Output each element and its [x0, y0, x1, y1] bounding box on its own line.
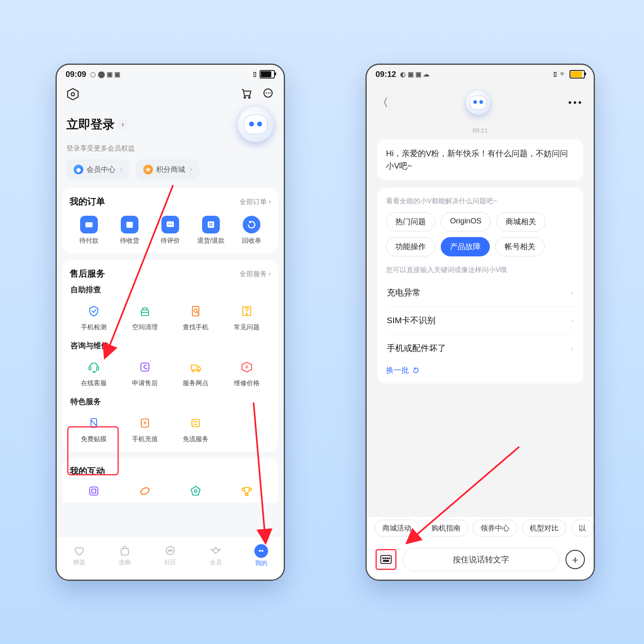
- card-note2: 您可以直接输入关键词或像这样问小V哦: [386, 265, 574, 275]
- svg-point-42: [385, 558, 386, 559]
- time-mark: 09:11: [367, 127, 594, 134]
- svg-point-39: [171, 550, 172, 551]
- tab-mine[interactable]: ••我的: [238, 544, 284, 567]
- suggestion-card: 看看全能的小V都能解决什么问题吧~ 热门问题 OriginOS 商城相关 功能操…: [377, 188, 583, 384]
- svg-rect-7: [126, 222, 133, 228]
- svc-film[interactable]: 免费贴膜: [70, 411, 118, 447]
- greeting-bubble: Hi，亲爱的V粉，新年快乐！有什么问题，不妨问问小V吧~: [377, 139, 583, 180]
- svg-rect-30: [90, 487, 98, 495]
- svg-point-43: [387, 558, 388, 559]
- chat-icon[interactable]: [262, 87, 274, 101]
- sg-2[interactable]: 购机指南: [424, 520, 468, 537]
- orders-recycle[interactable]: 回收单: [233, 213, 271, 248]
- cart-icon[interactable]: [240, 87, 252, 101]
- left-phone: 09:09 ◌ ⬤ ▣ ▣ ▯: [56, 64, 285, 581]
- svg-point-9: [168, 223, 169, 225]
- orders-section: 我的订单 全部订单› 待付款 待收货 待评价 退货/退款 回收单: [62, 188, 278, 253]
- svc-clean[interactable]: 空间清理: [121, 299, 169, 335]
- svg-point-3: [249, 97, 250, 98]
- robot-avatar[interactable]: [238, 107, 273, 142]
- back-icon[interactable]: 〈: [377, 95, 388, 110]
- orders-pending-ship[interactable]: 待收货: [110, 213, 149, 248]
- star-icon: ★: [143, 165, 153, 174]
- plus-button[interactable]: ＋: [566, 550, 585, 569]
- robot-avatar[interactable]: [466, 91, 490, 115]
- svc-topup[interactable]: ¥手机充值: [121, 411, 169, 447]
- svg-rect-35: [121, 549, 128, 555]
- svg-text:¥: ¥: [143, 420, 147, 426]
- svg-point-10: [171, 223, 172, 225]
- int-1[interactable]: [70, 480, 118, 502]
- tab-community[interactable]: 社区: [148, 545, 193, 566]
- interact-section: 我的互动: [62, 458, 278, 502]
- orders-more[interactable]: 全部订单›: [239, 197, 271, 206]
- sim-icon: ▯: [253, 70, 256, 78]
- q-charge[interactable]: 充电异常›: [386, 279, 574, 306]
- right-phone: 09:12 ◐ ▣ ▣ ☁ ▯ ᯤ 〈 ••• 09:11 Hi，亲爱的V粉，新…: [365, 64, 595, 581]
- settings-hex-icon[interactable]: [66, 88, 79, 101]
- chip-mall[interactable]: 商城相关: [496, 212, 545, 231]
- svg-point-34: [194, 490, 197, 492]
- suggest-bar: 商城活动 购机指南 领券中心 机型对比 以: [367, 516, 594, 539]
- svg-rect-13: [192, 306, 199, 316]
- int-2[interactable]: [121, 480, 169, 502]
- svc-faq[interactable]: 常见问题: [223, 299, 271, 335]
- svg-point-32: [140, 486, 150, 495]
- svg-rect-20: [141, 363, 149, 371]
- svc-online[interactable]: 在线客服: [70, 355, 118, 391]
- svg-rect-18: [97, 367, 99, 370]
- tab-featured[interactable]: 精选: [57, 545, 102, 566]
- status-bar: 09:12 ◐ ▣ ▣ ☁ ▯ ᯤ: [367, 65, 594, 83]
- more-icon[interactable]: •••: [568, 97, 583, 108]
- svc-price[interactable]: ¥维修价格: [223, 355, 271, 391]
- hold-to-talk[interactable]: 按住说话转文字: [403, 548, 559, 571]
- sg-5[interactable]: 以: [571, 520, 594, 537]
- svg-marker-33: [191, 486, 200, 495]
- svc-phone-check[interactable]: 手机检测: [70, 299, 118, 335]
- chip-fault[interactable]: 产品故障: [441, 237, 490, 256]
- login-subtitle: 登录享受更多会员权益: [57, 144, 284, 153]
- svg-point-19: [93, 372, 95, 373]
- keyboard-toggle[interactable]: [376, 549, 396, 570]
- q-sim[interactable]: SIM卡不识别›: [386, 306, 574, 334]
- chip-origin[interactable]: OriginOS: [441, 212, 491, 231]
- chip-hot[interactable]: 热门问题: [386, 212, 435, 231]
- orders-refund[interactable]: 退货/退款: [192, 213, 230, 248]
- svc-find[interactable]: 查找手机: [171, 299, 220, 335]
- int-3[interactable]: [171, 480, 220, 502]
- svg-point-22: [192, 370, 194, 372]
- svg-point-14: [194, 309, 197, 312]
- chip-func[interactable]: 功能操作: [386, 237, 435, 256]
- sim-icon: ▯: [553, 70, 557, 78]
- svg-rect-8: [167, 221, 174, 227]
- chip-account[interactable]: 帐号相关: [495, 237, 545, 256]
- diamond-icon: ◆: [74, 165, 83, 174]
- svg-point-38: [170, 550, 171, 551]
- status-bar: 09:09 ◌ ⬤ ▣ ▣ ▯: [57, 65, 284, 83]
- member-center-pill[interactable]: ◆ 会员中心›: [66, 159, 130, 180]
- service-more[interactable]: 全部服务›: [239, 269, 271, 279]
- sg-1[interactable]: 商城活动: [375, 520, 419, 537]
- q-broken[interactable]: 手机或配件坏了›: [386, 334, 574, 362]
- refresh-link[interactable]: 换一批: [386, 365, 574, 376]
- sg-3[interactable]: 领券中心: [473, 520, 517, 537]
- orders-pending-review[interactable]: 待评价: [151, 213, 189, 248]
- svg-point-1: [71, 93, 74, 96]
- battery-icon: [260, 70, 275, 78]
- svc-after[interactable]: 申请售后: [121, 355, 169, 391]
- points-mall-pill[interactable]: ★ 积分商城›: [136, 159, 199, 180]
- tab-member[interactable]: 会员: [193, 545, 238, 566]
- svc-store[interactable]: 服务网点: [171, 355, 220, 391]
- svc-freeflow[interactable]: 免流服务: [171, 411, 220, 447]
- input-bar: 按住说话转文字 ＋: [367, 539, 594, 580]
- sg-4[interactable]: 机型对比: [522, 520, 566, 537]
- special-title: 特色服务: [70, 396, 270, 407]
- svg-marker-0: [68, 89, 78, 100]
- topic-chips: 热门问题 OriginOS 商城相关 功能操作 产品故障 帐号相关: [386, 212, 574, 256]
- tab-shop[interactable]: 选购: [102, 545, 148, 566]
- int-4[interactable]: [223, 480, 271, 502]
- chevron-right-icon: ›: [118, 120, 128, 129]
- consult-title: 咨询与维修: [70, 341, 270, 351]
- login-title[interactable]: 立即登录 ›: [66, 116, 128, 133]
- orders-pending-pay[interactable]: 待付款: [70, 213, 108, 248]
